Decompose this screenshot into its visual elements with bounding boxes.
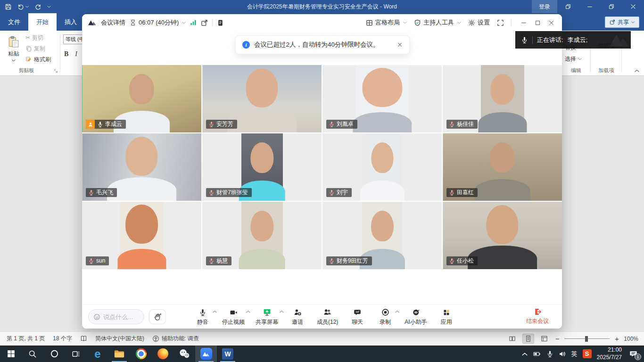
record-button[interactable]: 录制 [377, 308, 394, 326]
participant-tile[interactable]: sun [82, 202, 201, 269]
chat-button[interactable]: 聊天 [349, 308, 366, 326]
meeting-close-button[interactable] [546, 17, 556, 28]
redo-icon[interactable] [34, 3, 41, 10]
raise-hand-button[interactable] [149, 309, 166, 324]
meeting-details-button[interactable]: 会议详情 [101, 18, 125, 27]
bold-button[interactable]: B [64, 50, 68, 58]
collapse-ribbon-button[interactable] [635, 69, 639, 72]
share-screen-button[interactable]: 共享屏幕 [256, 308, 278, 326]
language-indicator[interactable]: 简体中文(中国大陆) [95, 335, 144, 343]
word-close-button[interactable] [622, 0, 644, 13]
participant-tile[interactable]: 毛兴飞 [82, 133, 201, 201]
meeting-doc-icon[interactable] [217, 19, 224, 26]
network-signal-icon[interactable] [190, 19, 197, 26]
participant-tile[interactable]: 刘宇 [322, 133, 442, 201]
taskbar-edge[interactable]: e [87, 346, 108, 362]
cut-button[interactable]: ✂剪切 [25, 33, 51, 42]
ime-indicator[interactable]: 英 [571, 350, 578, 358]
hidden-icons-chevron-icon[interactable] [522, 352, 528, 356]
word-count[interactable]: 18 个字 [53, 335, 72, 343]
participant-tile[interactable]: 田嘉红 [443, 133, 562, 201]
zoom-slider-thumb[interactable] [585, 336, 588, 342]
accessibility-status[interactable]: 辅助功能: 调查 [152, 335, 199, 343]
battery-icon[interactable] [533, 350, 541, 358]
grid-layout-button[interactable]: 宫格布局 [366, 18, 407, 27]
chevron-up-icon[interactable] [213, 310, 217, 313]
taskbar-word[interactable]: W [217, 346, 239, 362]
zoom-in-button[interactable]: + [614, 335, 619, 343]
pop-out-icon[interactable] [201, 19, 208, 26]
volume-icon[interactable] [559, 350, 566, 358]
sogou-input-icon[interactable]: S [583, 349, 592, 358]
speaking-name: 李成云; [568, 36, 588, 44]
zoom-out-button[interactable]: − [554, 335, 560, 343]
settings-button[interactable]: 设置 [468, 18, 490, 27]
print-layout-button[interactable] [522, 334, 534, 344]
participant-tile[interactable]: 财务9田红芳 [322, 202, 442, 269]
chevron-up-icon[interactable] [280, 310, 284, 313]
tab-home[interactable]: 开始 [28, 13, 57, 31]
notification-close-icon[interactable]: ✕ [397, 41, 403, 49]
undo-icon[interactable] [17, 3, 29, 10]
end-meeting-button[interactable]: 结束会议 [526, 308, 549, 325]
cortana-button[interactable] [43, 346, 65, 362]
meeting-timer[interactable]: 06:07 (40分钟) [130, 18, 186, 27]
format-painter-button[interactable]: 格式刷 [25, 55, 51, 64]
taskbar-search-button[interactable] [22, 346, 43, 362]
invite-button[interactable]: 邀请 [289, 308, 306, 326]
smiley-icon[interactable] [93, 313, 100, 321]
tab-insert[interactable]: 插入 [57, 13, 85, 31]
mute-button[interactable]: 静音 [194, 308, 211, 326]
participant-tile[interactable]: 刘胤卓 [322, 65, 442, 132]
taskbar-file-explorer[interactable] [108, 346, 130, 362]
web-layout-button[interactable] [538, 334, 550, 344]
word-share-button[interactable]: 共享 [605, 16, 639, 28]
start-button[interactable] [0, 346, 22, 362]
proofing-icon[interactable] [80, 335, 87, 342]
action-center-button[interactable]: 1 [627, 349, 639, 359]
page-indicator[interactable]: 第 1 页, 共 1 页 [7, 335, 45, 343]
participant-tile[interactable]: 杨慧 [202, 202, 322, 269]
word-restore-button[interactable] [601, 0, 622, 13]
chat-quick-input[interactable] [88, 309, 144, 324]
word-login-button[interactable]: 登录 [532, 0, 557, 13]
zoom-level[interactable]: 100% [624, 336, 638, 342]
meeting-minimize-button[interactable] [519, 17, 529, 28]
word-minimize-button[interactable] [579, 0, 601, 13]
taskbar-firefox[interactable] [152, 346, 173, 362]
participant-name-chip: 安芳芳 [206, 120, 237, 129]
host-badge-icon [86, 120, 95, 129]
taskbar-meeting-app[interactable] [195, 346, 217, 362]
chevron-up-icon[interactable] [246, 310, 250, 313]
participant-tile[interactable]: 杨佳佳 [443, 65, 562, 132]
stop-video-button[interactable]: 停止视频 [222, 308, 245, 326]
task-view-button[interactable] [65, 346, 87, 362]
paste-button[interactable]: 粘贴 [4, 33, 24, 65]
tab-file[interactable]: 文件 [0, 13, 28, 31]
select-button[interactable]: 选择 [565, 55, 582, 63]
read-mode-button[interactable] [506, 334, 518, 344]
ribbon-display-options-button[interactable] [557, 0, 579, 13]
host-tools-button[interactable]: 主持人工具 [414, 18, 461, 27]
customize-qat-icon[interactable] [47, 6, 51, 8]
members-button[interactable]: 成员(12) [317, 308, 338, 326]
taskbar-wechat[interactable] [173, 346, 195, 362]
ai-assistant-button[interactable]: AI小助手 [405, 308, 427, 326]
participant-tile[interactable]: 任小松 [443, 202, 562, 269]
zoom-slider[interactable] [564, 336, 610, 342]
taskbar-chrome[interactable] [130, 346, 152, 362]
apps-button[interactable]: 应用 [438, 308, 455, 326]
copy-button[interactable]: 复制 [25, 44, 51, 53]
chat-input[interactable] [103, 313, 138, 321]
fullscreen-icon[interactable] [497, 19, 504, 26]
participant-tile[interactable]: 财管7班张莹 [202, 133, 322, 201]
save-icon[interactable] [5, 3, 12, 10]
participant-tile[interactable]: 安芳芳 [202, 65, 322, 132]
tray-mic-icon[interactable] [546, 350, 553, 357]
participant-tile[interactable]: 李成云 [82, 65, 201, 132]
italic-button[interactable]: I [75, 50, 77, 58]
clipboard-dialog-launcher[interactable] [53, 68, 58, 74]
taskbar-clock[interactable]: 21:00 2025/7/27 [597, 346, 622, 361]
chevron-up-icon[interactable] [395, 310, 399, 313]
meeting-maximize-button[interactable] [532, 17, 543, 28]
